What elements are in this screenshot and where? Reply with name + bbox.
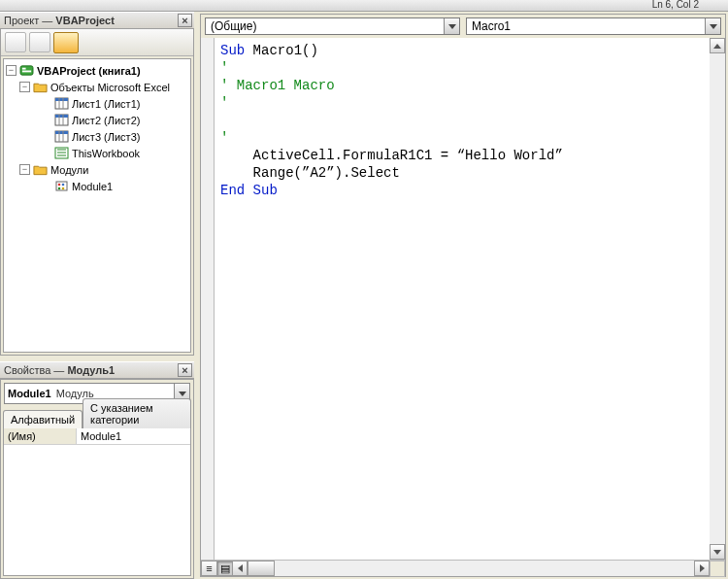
sheet-icon — [54, 97, 69, 110]
property-key: (Имя) — [4, 428, 77, 444]
scroll-up-button[interactable] — [710, 38, 725, 53]
svg-point-18 — [62, 184, 65, 187]
tree-modules-label: Модули — [50, 164, 88, 176]
properties-panel-close-button[interactable]: × — [178, 363, 192, 377]
procedure-view-button[interactable]: ≡ — [201, 561, 217, 576]
horizontal-scrollbar[interactable] — [232, 561, 710, 576]
code-comment: ' — [220, 95, 228, 111]
workbook-icon — [54, 147, 69, 159]
project-title-name: VBAProject — [55, 15, 115, 26]
object-combo-value: (Общие) — [211, 19, 256, 33]
expand-icon[interactable]: − — [19, 82, 30, 92]
tree-root-label: VBAProject (книга1) — [37, 65, 141, 77]
scroll-track[interactable] — [710, 53, 725, 544]
tab-alphabetic[interactable]: Алфавитный — [3, 410, 83, 428]
tab-categorized[interactable]: С указанием категории — [83, 398, 191, 428]
tree-sheet[interactable]: Лист3 (Лист3) — [54, 128, 188, 145]
properties-tabs: Алфавитный С указанием категории — [1, 407, 193, 427]
svg-rect-2 — [22, 71, 31, 73]
right-column: (Общие) Macro1 Sub Macro1() ' ' Macro1 M… — [200, 12, 728, 579]
code-text-frag: Macro1() — [245, 43, 318, 58]
expand-icon[interactable]: − — [6, 65, 17, 76]
main-toolbar: Ln 6, Col 2 — [0, 0, 728, 12]
svg-point-20 — [62, 187, 65, 190]
tree-sheet-label: Лист3 (Лист3) — [72, 131, 140, 143]
tree-sheet-label: Лист2 (Лист2) — [72, 115, 140, 126]
tree-objects-folder[interactable]: − Объекты Microsoft Excel — [19, 79, 188, 95]
toggle-folders-button[interactable] — [53, 32, 79, 53]
code-editor[interactable]: Sub Macro1() ' ' Macro1 Macro ' ' Active… — [215, 38, 710, 560]
vertical-scrollbar[interactable] — [710, 38, 725, 560]
project-toolbar — [1, 29, 193, 56]
tree-modules-folder[interactable]: − Модули — [19, 161, 188, 178]
code-panel: (Общие) Macro1 Sub Macro1() ' ' Macro1 M… — [200, 14, 726, 577]
code-comment: ' Macro1 Macro — [220, 78, 335, 93]
properties-title-text: Свойства — Модуль1 — [2, 364, 178, 376]
dropdown-icon[interactable] — [444, 18, 459, 34]
svg-rect-4 — [55, 98, 68, 101]
svg-rect-16 — [56, 182, 67, 190]
object-combo[interactable]: (Общие) — [205, 17, 460, 35]
property-value[interactable]: Module1 — [77, 428, 190, 444]
code-combo-row: (Общие) Macro1 — [201, 15, 725, 38]
module-icon — [54, 180, 69, 192]
tree-sheet[interactable]: Лист2 (Лист2) — [54, 112, 188, 128]
code-comment: ' — [220, 130, 228, 146]
project-panel: − VBAProject (книга1) − Объекты Microsof… — [0, 29, 194, 356]
properties-title-name: Модуль1 — [67, 364, 115, 376]
tree-workbook[interactable]: ThisWorkbook — [54, 145, 188, 161]
full-module-view-button[interactable]: ▤ — [216, 561, 233, 576]
view-object-button[interactable] — [29, 32, 50, 52]
project-panel-title: Проект — VBAProject × — [0, 12, 194, 29]
properties-title-prefix: Свойства — — [4, 364, 67, 376]
properties-grid[interactable]: (Имя) Module1 — [3, 427, 191, 576]
scroll-left-button[interactable] — [232, 561, 248, 576]
project-panel-title-text: Проект — VBAProject — [2, 15, 178, 26]
properties-combo-name: Module1 — [8, 388, 51, 399]
tree-workbook-label: ThisWorkbook — [72, 148, 140, 159]
left-column: Проект — VBAProject × − VBAProject (книг… — [0, 12, 194, 579]
folder-icon — [33, 81, 48, 93]
tree-module-label: Module1 — [72, 181, 113, 192]
svg-point-19 — [58, 187, 61, 190]
project-panel-close-button[interactable]: × — [178, 14, 192, 27]
scroll-track[interactable] — [275, 561, 694, 576]
svg-rect-12 — [55, 131, 68, 134]
main-area: Проект — VBAProject × − VBAProject (книг… — [0, 12, 728, 579]
dropdown-icon[interactable] — [705, 18, 720, 34]
vbaproject-icon — [19, 64, 34, 77]
sheet-icon — [54, 114, 69, 126]
svg-rect-8 — [55, 115, 68, 118]
scroll-right-button[interactable] — [694, 561, 710, 576]
expand-icon[interactable]: − — [19, 164, 30, 175]
tree-sheet[interactable]: Лист1 (Лист1) — [54, 95, 188, 112]
cursor-position: Ln 6, Col 2 — [652, 0, 699, 10]
tree-objects-label: Объекты Microsoft Excel — [50, 82, 170, 93]
property-row[interactable]: (Имя) Module1 — [4, 428, 190, 445]
code-line: ActiveCell.FormulaR1C1 = “Hello World” — [220, 148, 563, 163]
view-code-button[interactable] — [5, 32, 26, 52]
sheet-icon — [54, 130, 69, 143]
svg-point-17 — [58, 184, 61, 187]
procedure-combo-value: Macro1 — [472, 19, 511, 33]
folder-icon — [33, 163, 48, 176]
code-body: Sub Macro1() ' ' Macro1 Macro ' ' Active… — [201, 38, 725, 560]
code-kw: End Sub — [220, 183, 278, 198]
tree-module[interactable]: Module1 — [54, 178, 188, 194]
scroll-down-button[interactable] — [710, 544, 725, 560]
code-bottom-bar: ≡ ▤ — [201, 560, 725, 576]
tree-root[interactable]: − VBAProject (книга1) — [6, 62, 188, 79]
project-tree[interactable]: − VBAProject (книга1) − Объекты Microsof… — [3, 58, 191, 353]
properties-panel-title: Свойства — Модуль1 × — [0, 361, 194, 379]
code-gutter — [201, 38, 215, 560]
scroll-thumb[interactable] — [248, 561, 275, 576]
code-line: Range(”A2”).Select — [220, 165, 400, 181]
svg-rect-1 — [22, 68, 26, 70]
scroll-corner — [710, 561, 725, 577]
tree-sheet-label: Лист1 (Лист1) — [72, 98, 140, 110]
code-comment: ' — [220, 60, 228, 76]
code-kw: Sub — [220, 43, 245, 58]
project-title-prefix: Проект — — [4, 15, 55, 26]
properties-panel: Module1 Модуль Алфавитный С указанием ка… — [0, 379, 194, 579]
procedure-combo[interactable]: Macro1 — [466, 17, 721, 35]
